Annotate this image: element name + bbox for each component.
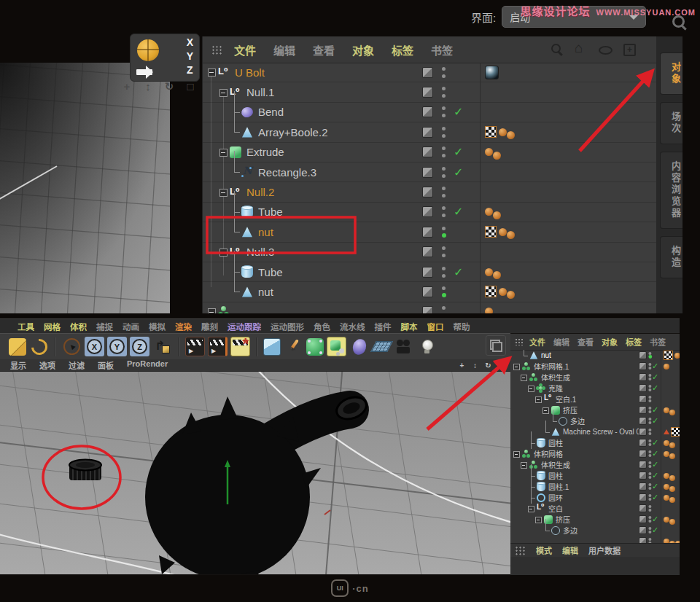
tree-row[interactable]: nut [203, 282, 657, 302]
menu-item[interactable]: 标签 [392, 42, 413, 58]
visibility-dots[interactable] [648, 374, 650, 380]
menu-item[interactable]: 文件 [529, 336, 545, 348]
dot-tag-icon[interactable] [664, 517, 669, 523]
floor-icon[interactable] [372, 337, 392, 356]
menu-item[interactable]: 帮助 [454, 321, 470, 332]
menu-item[interactable]: 文件 [234, 42, 256, 58]
scale-icon[interactable] [9, 338, 26, 356]
menu-item[interactable]: 体积 [70, 321, 87, 332]
visibility-dots[interactable] [648, 352, 650, 359]
tab-structure[interactable]: 构造 [660, 236, 682, 278]
menu-item[interactable]: 显示 [10, 359, 26, 371]
tree-row[interactable]: 挤压✓ [510, 404, 680, 415]
rotate-icon[interactable]: ↻ [483, 360, 493, 372]
visibility-dots[interactable] [648, 472, 650, 479]
expander-icon[interactable] [219, 143, 230, 162]
visibility-dots[interactable] [648, 439, 650, 446]
layer-chip-icon[interactable] [639, 472, 647, 480]
dot-tag-icon[interactable] [499, 288, 507, 296]
dot-tag-icon[interactable] [669, 519, 675, 525]
dot-tag-icon[interactable] [493, 211, 501, 219]
layer-chip-icon[interactable] [639, 461, 647, 469]
tree-row[interactable]: 体积生成✓ [510, 372, 680, 383]
enabled-check-icon[interactable]: ✓ [652, 405, 658, 415]
object-label[interactable]: Null.1 [246, 86, 274, 98]
grip-icon[interactable] [211, 45, 222, 55]
layer-chip-icon[interactable] [639, 373, 647, 381]
menu-item[interactable]: ProRender [127, 359, 168, 371]
dot-tag-icon[interactable] [669, 442, 675, 448]
layer-chip-icon[interactable] [639, 428, 647, 436]
visibility-dots[interactable] [442, 146, 446, 157]
tree-row[interactable]: Machine Screw - Oval 01 [510, 426, 680, 437]
expander-icon[interactable] [528, 383, 537, 394]
expander-icon[interactable] [207, 63, 218, 82]
layer-chip-icon[interactable] [639, 537, 647, 543]
enabled-check-icon[interactable]: ✓ [652, 416, 658, 426]
menu-item[interactable]: 对象 [352, 42, 374, 58]
dot-tag-icon[interactable] [664, 364, 669, 370]
menu-item[interactable]: 书签 [431, 42, 453, 58]
object-label[interactable]: 圆柱.1 [548, 481, 569, 492]
tree-row[interactable]: Extrude✓ [203, 143, 657, 163]
dot-tag-icon[interactable] [674, 353, 680, 359]
dot-tag-icon[interactable] [669, 453, 675, 459]
tree-row[interactable]: 多边✓ [510, 525, 680, 536]
menu-item[interactable]: 脚本 [401, 321, 418, 332]
expander-icon[interactable] [513, 448, 522, 459]
tree-row[interactable]: 克隆✓ [510, 383, 680, 394]
visibility-dots[interactable] [442, 227, 446, 238]
tree-row[interactable]: Rectangle.3✓ [203, 163, 657, 182]
axis-y-icon[interactable]: Y [107, 337, 127, 356]
menu-item[interactable]: 流水线 [340, 321, 365, 332]
zoom-icon[interactable]: ↕ [470, 360, 480, 372]
layer-chip-icon[interactable] [639, 526, 647, 534]
tree-row[interactable]: Bend✓ [203, 103, 657, 122]
object-label[interactable]: 圆柱 [548, 437, 563, 448]
menu-item[interactable]: 编辑 [273, 42, 295, 58]
bend-icon[interactable] [349, 337, 369, 356]
expander-icon[interactable] [219, 182, 230, 201]
menu-item[interactable]: 对象 [602, 336, 618, 348]
warn-tag-icon[interactable] [664, 429, 669, 434]
enabled-check-icon[interactable]: ✓ [652, 525, 658, 535]
tree-row[interactable]: 圆柱✓ [510, 437, 680, 448]
render-settings-icon[interactable] [208, 337, 228, 356]
search-icon[interactable] [550, 42, 564, 57]
visibility-dots[interactable] [648, 407, 650, 413]
dot-tag-icon[interactable] [669, 497, 675, 503]
visibility-dots[interactable] [442, 87, 446, 98]
visibility-dots[interactable] [648, 429, 650, 435]
dot-tag-icon[interactable] [507, 131, 515, 139]
object-label[interactable]: Null.2 [246, 186, 274, 198]
menu-item[interactable]: 模式 [536, 544, 552, 556]
enabled-check-icon[interactable]: ✓ [652, 471, 658, 480]
object-label[interactable]: 体积网格.1 [534, 361, 569, 372]
menu-item[interactable]: 捕捉 [96, 321, 113, 332]
enabled-check-icon[interactable]: ✓ [652, 361, 658, 371]
layer-chip-icon[interactable] [422, 286, 433, 297]
tree-row[interactable]: 空白 [510, 503, 680, 514]
dot-tag-icon[interactable] [485, 208, 493, 216]
pan-icon[interactable]: + [457, 360, 467, 372]
object-label[interactable]: Extrude [246, 146, 284, 158]
dot-tag-icon[interactable] [493, 271, 501, 279]
tree-row[interactable]: 体积网格✓ [510, 448, 680, 459]
tree-row[interactable]: 多边✓ [510, 415, 680, 426]
enabled-check-icon[interactable]: ✓ [454, 265, 463, 279]
checker-tag-icon[interactable] [485, 286, 497, 297]
dot-tag-icon[interactable] [664, 407, 669, 413]
menu-item[interactable]: 运动图形 [271, 321, 304, 332]
checker-tag-icon[interactable] [664, 351, 673, 360]
object-label[interactable]: 挤压 [563, 404, 578, 415]
dot-tag-icon[interactable] [485, 308, 493, 313]
menu-item[interactable]: 网格 [44, 321, 61, 332]
visibility-dots[interactable] [442, 67, 446, 78]
layer-chip-icon[interactable] [422, 106, 433, 117]
tab-content-browser[interactable]: 内容浏览器 [660, 152, 682, 229]
menu-item[interactable]: 过滤 [69, 359, 85, 371]
axis-x-icon[interactable]: X [85, 337, 104, 356]
pan-icon[interactable]: + [118, 79, 136, 94]
dot-tag-icon[interactable] [669, 410, 675, 415]
tree-row[interactable]: 体积网格.1✓ [510, 361, 680, 372]
